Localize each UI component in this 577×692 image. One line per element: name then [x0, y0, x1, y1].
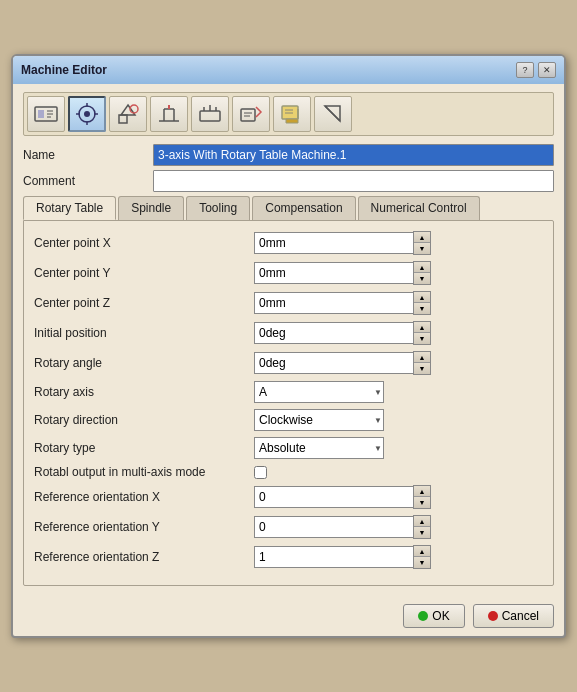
footer: OK Cancel — [13, 596, 564, 636]
tab-rotary-table[interactable]: Rotary Table — [23, 196, 116, 220]
toolbar-btn-6[interactable] — [232, 96, 270, 132]
ref-orientation-z-spinner: ▲ ▼ — [254, 545, 384, 569]
toolbar-btn-1[interactable] — [27, 96, 65, 132]
ok-button[interactable]: OK — [403, 604, 464, 628]
toolbar — [23, 92, 554, 136]
ok-icon — [418, 611, 428, 621]
help-button[interactable]: ? — [516, 62, 534, 78]
ref-orientation-z-down[interactable]: ▼ — [414, 557, 430, 568]
rotary-axis-label: Rotary axis — [34, 385, 254, 399]
svg-line-30 — [325, 106, 340, 121]
initial-position-down[interactable]: ▼ — [414, 333, 430, 344]
rotary-direction-label: Rotary direction — [34, 413, 254, 427]
center-point-y-spin-btns: ▲ ▼ — [413, 261, 431, 285]
center-point-z-spinner: ▲ ▼ — [254, 291, 384, 315]
center-point-y-down[interactable]: ▼ — [414, 273, 430, 284]
rotary-angle-input[interactable] — [254, 352, 413, 374]
tab-tooling[interactable]: Tooling — [186, 196, 250, 220]
rotary-type-label: Rotary type — [34, 441, 254, 455]
rotary-direction-select[interactable]: Clockwise Counterclockwise — [254, 409, 384, 431]
toolbar-btn-3[interactable] — [109, 96, 147, 132]
center-point-x-label: Center point X — [34, 236, 254, 250]
center-point-x-input[interactable] — [254, 232, 413, 254]
initial-position-spinner: ▲ ▼ — [254, 321, 384, 345]
ref-orientation-z-label: Reference orientation Z — [34, 550, 254, 564]
rotary-direction-row: Rotary direction Clockwise Counterclockw… — [34, 409, 543, 431]
ref-orientation-z-spin-btns: ▲ ▼ — [413, 545, 431, 569]
center-point-z-up[interactable]: ▲ — [414, 292, 430, 303]
ref-orientation-y-input[interactable] — [254, 516, 413, 538]
name-row: Name — [23, 144, 554, 166]
svg-rect-19 — [200, 111, 220, 121]
rotary-angle-spin-btns: ▲ ▼ — [413, 351, 431, 375]
center-point-y-label: Center point Y — [34, 266, 254, 280]
ref-orientation-y-up[interactable]: ▲ — [414, 516, 430, 527]
ref-orientation-x-input[interactable] — [254, 486, 413, 508]
machine-editor-window: Machine Editor ? ✕ — [11, 54, 566, 638]
cancel-icon — [488, 611, 498, 621]
center-point-x-spinner: ▲ ▼ — [254, 231, 384, 255]
rotary-axis-select[interactable]: A B C — [254, 381, 384, 403]
rotary-type-row: Rotary type Absolute Incremental ▼ — [34, 437, 543, 459]
rotary-angle-spinner: ▲ ▼ — [254, 351, 384, 375]
cancel-button[interactable]: Cancel — [473, 604, 554, 628]
ref-orientation-y-down[interactable]: ▼ — [414, 527, 430, 538]
tab-spindle[interactable]: Spindle — [118, 196, 184, 220]
center-point-z-spin-btns: ▲ ▼ — [413, 291, 431, 315]
rotary-angle-down[interactable]: ▼ — [414, 363, 430, 374]
toolbar-btn-7[interactable] — [273, 96, 311, 132]
initial-position-input[interactable] — [254, 322, 413, 344]
svg-rect-23 — [241, 109, 255, 121]
center-point-y-row: Center point Y ▲ ▼ — [34, 261, 543, 285]
center-point-z-row: Center point Z ▲ ▼ — [34, 291, 543, 315]
ref-orientation-z-input[interactable] — [254, 546, 413, 568]
rotabl-output-row: Rotabl output in multi-axis mode — [34, 465, 543, 479]
center-point-y-up[interactable]: ▲ — [414, 262, 430, 273]
rotary-axis-row: Rotary axis A B C ▼ — [34, 381, 543, 403]
toolbar-btn-8[interactable] — [314, 96, 352, 132]
name-input[interactable] — [153, 144, 554, 166]
comment-label: Comment — [23, 174, 153, 188]
tab-content: Center point X ▲ ▼ Center point Y ▲ ▼ — [23, 220, 554, 586]
svg-point-6 — [84, 111, 90, 117]
center-point-z-down[interactable]: ▼ — [414, 303, 430, 314]
ref-orientation-x-up[interactable]: ▲ — [414, 486, 430, 497]
rotary-direction-select-container: Clockwise Counterclockwise ▼ — [254, 409, 384, 431]
center-point-x-spin-btns: ▲ ▼ — [413, 231, 431, 255]
rotary-angle-row: Rotary angle ▲ ▼ — [34, 351, 543, 375]
initial-position-spin-btns: ▲ ▼ — [413, 321, 431, 345]
ref-orientation-y-spinner: ▲ ▼ — [254, 515, 384, 539]
rotary-angle-label: Rotary angle — [34, 356, 254, 370]
comment-input[interactable] — [153, 170, 554, 192]
name-label: Name — [23, 148, 153, 162]
center-point-z-label: Center point Z — [34, 296, 254, 310]
ref-orientation-x-down[interactable]: ▼ — [414, 497, 430, 508]
ref-orientation-z-row: Reference orientation Z ▲ ▼ — [34, 545, 543, 569]
center-point-y-input[interactable] — [254, 262, 413, 284]
rotabl-output-checkbox[interactable] — [254, 466, 267, 479]
center-point-y-spinner: ▲ ▼ — [254, 261, 384, 285]
comment-row: Comment — [23, 170, 554, 192]
ref-orientation-x-spinner: ▲ ▼ — [254, 485, 384, 509]
cancel-label: Cancel — [502, 609, 539, 623]
ref-orientation-y-label: Reference orientation Y — [34, 520, 254, 534]
rotary-angle-up[interactable]: ▲ — [414, 352, 430, 363]
tab-compensation[interactable]: Compensation — [252, 196, 355, 220]
center-point-x-down[interactable]: ▼ — [414, 243, 430, 254]
tab-numerical-control[interactable]: Numerical Control — [358, 196, 480, 220]
center-point-x-row: Center point X ▲ ▼ — [34, 231, 543, 255]
ref-orientation-x-spin-btns: ▲ ▼ — [413, 485, 431, 509]
close-button[interactable]: ✕ — [538, 62, 556, 78]
initial-position-label: Initial position — [34, 326, 254, 340]
ref-orientation-y-spin-btns: ▲ ▼ — [413, 515, 431, 539]
toolbar-btn-4[interactable] — [150, 96, 188, 132]
center-point-z-input[interactable] — [254, 292, 413, 314]
initial-position-up[interactable]: ▲ — [414, 322, 430, 333]
toolbar-btn-2[interactable] — [68, 96, 106, 132]
toolbar-btn-5[interactable] — [191, 96, 229, 132]
rotary-type-select[interactable]: Absolute Incremental — [254, 437, 384, 459]
ok-label: OK — [432, 609, 449, 623]
ref-orientation-x-label: Reference orientation X — [34, 490, 254, 504]
ref-orientation-z-up[interactable]: ▲ — [414, 546, 430, 557]
center-point-x-up[interactable]: ▲ — [414, 232, 430, 243]
